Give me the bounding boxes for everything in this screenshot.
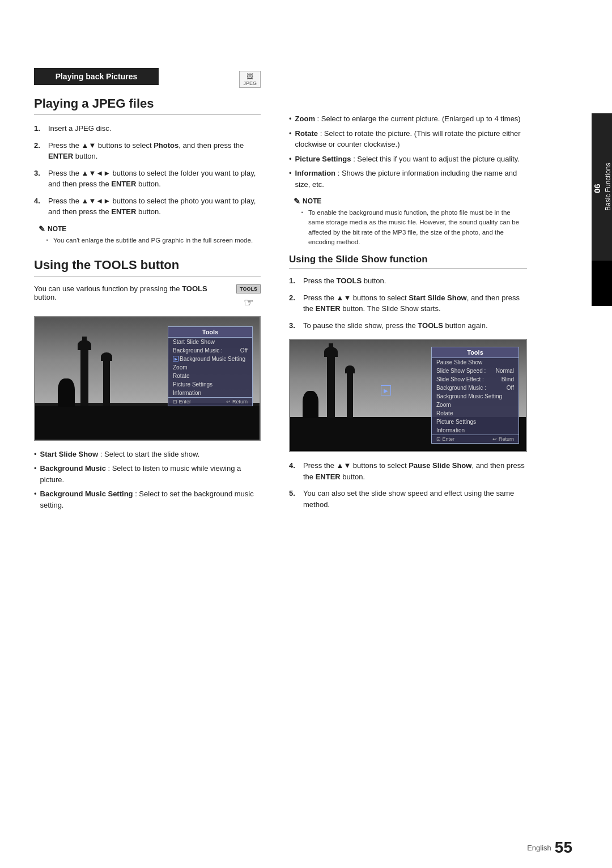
slideshow-step-2: 2. Press the ▲▼ buttons to select Start … (289, 292, 527, 314)
more-steps-list: 4. Press the ▲▼ buttons to select Pause … (289, 460, 527, 510)
tools2-slide-speed: Slide Show Speed :Normal (432, 367, 518, 375)
chapter-number: 06 (592, 184, 602, 194)
slideshow-step-5: 5. You can also set the slide show speed… (289, 488, 527, 510)
page-container: Playing back Pictures 🖼 JPEG Playing a J… (0, 0, 612, 868)
note-icon-1: ✎ (39, 224, 45, 233)
note-box-2: ✎ NOTE To enable the background music fu… (289, 197, 527, 247)
step-1: 1. Insert a JPEG disc. (34, 123, 261, 134)
page-number: 55 (555, 839, 572, 857)
footer-language: English (527, 844, 551, 852)
bullet-picture-settings: Picture Settings : Select this if you wa… (289, 154, 527, 165)
tools2-bg-music: Background Music :Off (432, 384, 518, 392)
note-content-1: You can't enlarge the subtitle and PG gr… (39, 236, 261, 245)
bullet-zoom: Zoom : Select to enlarge the current pic… (289, 113, 527, 125)
tools-screenshot: Tools Start Slide Show Background Music … (34, 316, 261, 441)
minaret-right-main (327, 356, 335, 418)
tools2-information: Information (432, 426, 518, 435)
section-header-row: Playing back Pictures 🖼 JPEG (34, 68, 261, 91)
left-column: Playing back Pictures 🖼 JPEG Playing a J… (0, 34, 278, 845)
tools-button-icon-wrap: TOOLS ☞ (236, 284, 261, 309)
tools-item-zoom: Zoom (168, 363, 252, 372)
steps-list: 1. Insert a JPEG disc. 2. Press the ▲▼ b… (34, 123, 261, 218)
slideshow-step-4: 4. Press the ▲▼ buttons to select Pause … (289, 460, 527, 482)
tools2-zoom: Zoom (432, 401, 518, 409)
tools2-pause-slide: Pause Slide Show (432, 358, 518, 367)
tools-item-start-slide: Start Slide Show (168, 338, 252, 346)
slideshow-step-1-text: Press the TOOLS button. (303, 275, 386, 287)
bullet-information: Information : Shows the picture informat… (289, 168, 527, 190)
tools-panel-title-left: Tools (168, 327, 252, 338)
tools-panel-right: Tools Pause Slide Show Slide Show Speed … (431, 347, 519, 444)
tools-bullet-list: Start Slide Show : Select to start the s… (34, 449, 261, 511)
content-wrapper: Playing back Pictures 🖼 JPEG Playing a J… (0, 34, 612, 845)
jpeg-icon: 🖼 JPEG (239, 71, 261, 88)
tools-item-information: Information (168, 389, 252, 397)
jpeg-label: JPEG (243, 80, 257, 86)
landscape-fg (35, 406, 260, 440)
right-bullet-list: Zoom : Select to enlarge the current pic… (289, 113, 527, 190)
tools-item-picture-settings: Picture Settings (168, 380, 252, 389)
figure-right (303, 391, 318, 418)
tools-panel-title-right: Tools (432, 347, 518, 358)
tools-panel-footer-left: ⊡ Enter↩ Return (168, 397, 252, 406)
side-tab-black-bar (592, 261, 612, 306)
slideshow-step-2-text: Press the ▲▼ buttons to select Start Sli… (303, 292, 527, 314)
chapter-title: Basic Functions (604, 163, 612, 211)
note-label-2: NOTE (303, 197, 321, 205)
left-section-title: Playing a JPEG files (34, 96, 261, 115)
slideshow-step-3: 3. To pause the slide show, press the TO… (289, 320, 527, 331)
tools-item-bg-music: Background Music :Off (168, 346, 252, 355)
note-box-1: ✎ NOTE You can't enlarge the subtitle an… (34, 224, 261, 245)
minaret-left (80, 349, 88, 406)
tools2-picture-settings: Picture Settings (432, 418, 518, 426)
tools-desc-row: You can use various function by pressing… (34, 284, 261, 309)
slideshow-step-3-text: To pause the slide show, press the TOOLS… (303, 320, 488, 331)
note-title-2: ✎ NOTE (294, 197, 527, 206)
slideshow-step-1: 1. Press the TOOLS button. (289, 275, 527, 287)
slideshow-title: Using the Slide Show function (289, 254, 527, 269)
bullet-bg-music: Background Music : Select to listen to m… (34, 463, 261, 485)
minaret-right-small (347, 373, 353, 418)
step-4: 4. Press the ▲▼◄► buttons to select the … (34, 195, 261, 218)
tools-item-rotate: Rotate (168, 372, 252, 380)
slideshow-steps-list: 1. Press the TOOLS button. 2. Press the … (289, 275, 527, 331)
figure-left (58, 378, 75, 407)
tools-item-bg-music-setting: ▶ Background Music Setting (168, 355, 252, 363)
tools-section-title: Using the TOOLS button (34, 258, 261, 276)
note-item-1: You can't enlarge the subtitle and PG gr… (46, 236, 261, 245)
note-content-2: To enable the background music function,… (294, 208, 527, 247)
tools-desc-text: You can use various function by pressing… (34, 284, 227, 301)
tools-panel-left: Tools Start Slide Show Background Music … (168, 326, 253, 406)
slideshow-step-4-text: Press the ▲▼ buttons to select Pause Sli… (303, 460, 527, 482)
center-icon-right: ▶ (381, 385, 391, 395)
right-column: Zoom : Select to enlarge the current pic… (278, 34, 567, 845)
tools2-slide-effect: Slide Show Effect :Blind (432, 375, 518, 384)
side-tab: 06 Basic Functions (592, 113, 612, 261)
bullet-bg-music-setting: Background Music Setting : Select to set… (34, 488, 261, 510)
tools2-rotate: Rotate (432, 409, 518, 418)
page-footer: English 55 (527, 839, 572, 857)
section-header: Playing back Pictures (34, 68, 159, 85)
step-3-text: Press the ▲▼◄► buttons to select the fol… (48, 168, 261, 190)
note-item-2: To enable the background music function,… (301, 208, 527, 247)
step-2: 2. Press the ▲▼ buttons to select Photos… (34, 140, 261, 162)
note-label-1: NOTE (48, 225, 66, 233)
note-title-1: ✎ NOTE (39, 224, 261, 233)
tools2-bg-music-setting: Background Music Setting (432, 392, 518, 401)
bullet-start-slide: Start Slide Show : Select to start the s… (34, 449, 261, 460)
tools-button-label: TOOLS (236, 284, 261, 293)
step-4-text: Press the ▲▼◄► buttons to select the pho… (48, 195, 261, 218)
step-2-text: Press the ▲▼ buttons to select Photos, a… (48, 140, 261, 162)
right-screenshot: ▶ Tools Pause Slide Show Slide Show Spee… (289, 339, 527, 452)
slideshow-step-5-text: You can also set the slide show speed an… (303, 488, 527, 510)
note-icon-2: ✎ (294, 197, 300, 206)
bullet-rotate: Rotate : Select to rotate the picture. (… (289, 128, 527, 150)
tools-hand-icon: ☞ (244, 296, 254, 309)
step-1-text: Insert a JPEG disc. (48, 123, 111, 134)
step-3: 3. Press the ▲▼◄► buttons to select the … (34, 168, 261, 190)
minaret-right (103, 360, 110, 406)
tools-panel-footer-right: ⊡ Enter↩ Return (432, 435, 518, 443)
